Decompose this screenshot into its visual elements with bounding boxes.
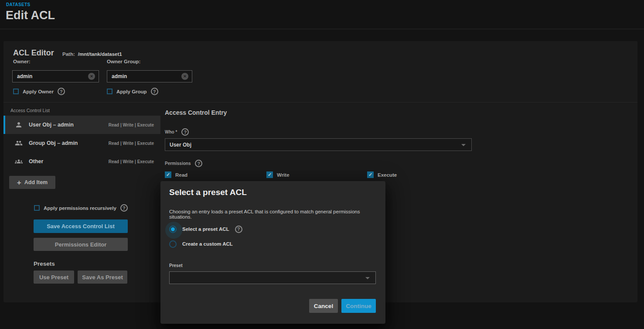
acl-item-label: Group Obj – admin [29, 140, 78, 146]
apply-owner-checkbox[interactable] [13, 89, 19, 94]
apply-owner-label: Apply Owner [23, 89, 54, 94]
owner-field-wrap: ✕ [12, 70, 99, 82]
people-icon [14, 139, 24, 147]
editor-list-divider [3, 102, 637, 103]
page-title: Edit ACL [6, 9, 55, 22]
execute-checkbox[interactable]: ✓ [367, 171, 374, 178]
preset-select[interactable] [169, 271, 376, 284]
apply-owner-help-icon[interactable]: ? [58, 88, 65, 95]
dialog-title: Select a preset ACL [169, 188, 247, 197]
chevron-down-icon [461, 144, 466, 146]
write-label: Write [277, 172, 290, 178]
perm-read-row: ✓ Read [165, 171, 187, 178]
save-acl-button[interactable]: Save Access Control List [34, 219, 128, 233]
use-preset-button[interactable]: Use Preset [34, 271, 74, 284]
who-select[interactable]: User Obj [165, 138, 472, 151]
continue-button[interactable]: Continue [341, 299, 376, 313]
permissions-help-icon[interactable]: ? [195, 160, 202, 167]
apply-group-help-icon[interactable]: ? [151, 88, 158, 95]
add-item-label: Add Item [24, 179, 48, 185]
owner-group-clear-icon[interactable]: ✕ [181, 73, 188, 80]
custom-acl-radio[interactable] [169, 240, 177, 248]
permissions-label-row: Permissions ? [165, 160, 202, 167]
owner-label: Owner: [13, 59, 31, 64]
acl-item-permissions: Read | Write | Execute [109, 141, 154, 146]
select-preset-radio[interactable] [169, 226, 177, 233]
dataset-path: Path:/mnt/tank/dataset1 [62, 51, 122, 57]
edit-acl-page: DATASETS Edit ACL ACL Editor Path:/mnt/t… [0, 0, 644, 329]
dialog-description: Choosing an entry loads a preset ACL tha… [169, 209, 377, 219]
preset-acl-dialog: Select a preset ACL Choosing an entry lo… [160, 181, 385, 324]
preset-help-icon[interactable]: ? [235, 226, 242, 233]
recursive-row: Apply permissions recursively ? [34, 204, 128, 212]
ace-title: Access Control Entry [165, 109, 227, 116]
perm-execute-row: ✓ Execute [367, 171, 397, 178]
permissions-editor-button[interactable]: Permissions Editor [34, 238, 128, 251]
radio-halo [165, 222, 182, 239]
radio-row-custom: Create a custom ACL [169, 239, 233, 249]
owner-clear-icon[interactable]: ✕ [88, 73, 95, 80]
person-icon [14, 120, 24, 129]
path-value: /mnt/tank/dataset1 [78, 51, 122, 57]
select-preset-radio-label: Select a preset ACL [182, 226, 229, 232]
acl-list-item-other[interactable]: Other Read | Write | Execute [3, 152, 160, 171]
apply-group-checkbox[interactable] [107, 89, 112, 94]
apply-group-label: Apply Group [116, 89, 147, 94]
owner-group-field-wrap: ✕ [107, 70, 192, 82]
groups-icon [14, 157, 24, 166]
owner-group-input[interactable] [107, 73, 181, 79]
header-divider [0, 29, 644, 29]
path-label: Path: [62, 51, 75, 57]
recursive-help-icon[interactable]: ? [120, 204, 128, 212]
owner-input[interactable] [13, 73, 88, 79]
permissions-label: Permissions [165, 161, 191, 166]
read-checkbox[interactable]: ✓ [165, 171, 171, 178]
acl-editor-title: ACL Editor [13, 48, 54, 58]
apply-owner-row: Apply Owner ? [13, 88, 65, 95]
acl-item-permissions: Read | Write | Execute [109, 123, 154, 127]
who-help-icon[interactable]: ? [181, 128, 189, 136]
add-item-button[interactable]: + Add Item [9, 176, 55, 189]
plus-icon: + [17, 179, 21, 186]
execute-label: Execute [378, 172, 397, 178]
recursive-label: Apply permissions recursively [44, 206, 116, 211]
write-checkbox[interactable]: ✓ [266, 171, 273, 178]
who-label: Who * [165, 130, 177, 134]
presets-title: Presets [34, 260, 55, 267]
acl-item-label: User Obj – admin [29, 122, 74, 128]
breadcrumb-datasets[interactable]: DATASETS [6, 2, 31, 7]
apply-group-row: Apply Group ? [107, 88, 158, 95]
acl-item-permissions: Read | Write | Execute [109, 159, 154, 164]
acl-list-item-group-obj[interactable]: Group Obj – admin Read | Write | Execute [3, 134, 160, 152]
read-label: Read [175, 172, 187, 178]
save-as-preset-button[interactable]: Save As Preset [78, 271, 127, 284]
radio-row-preset: Select a preset ACL ? [169, 224, 242, 234]
who-label-row: Who * ? [165, 128, 189, 136]
owner-group-label: Owner Group: [107, 59, 140, 64]
acl-list-title: Access Control List [10, 108, 50, 113]
perm-write-row: ✓ Write [266, 171, 290, 178]
cancel-button[interactable]: Cancel [309, 299, 338, 313]
custom-acl-radio-label: Create a custom ACL [182, 241, 233, 247]
acl-list-item-user-obj[interactable]: User Obj – admin Read | Write | Execute [3, 116, 160, 134]
recursive-checkbox[interactable] [34, 205, 40, 211]
acl-item-label: Other [29, 158, 43, 164]
who-select-value: User Obj [165, 142, 191, 148]
preset-field-label: Preset [169, 263, 183, 268]
chevron-down-icon [365, 277, 370, 279]
